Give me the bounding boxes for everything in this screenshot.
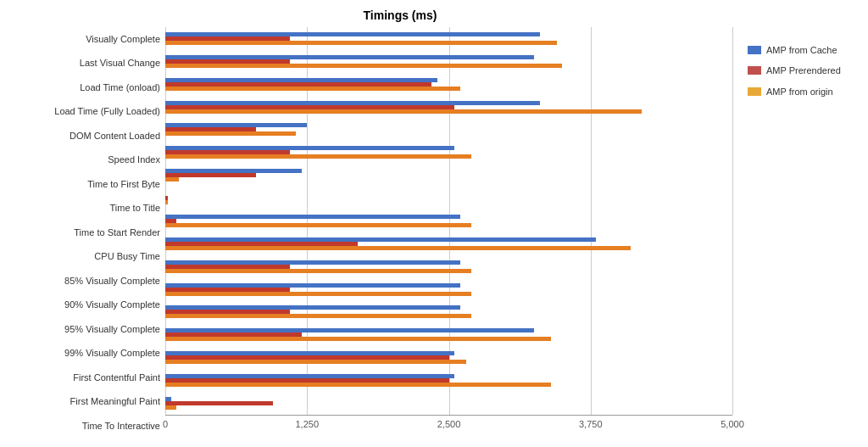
bar (165, 41, 557, 45)
y-label: 99% Visually Complete (8, 346, 160, 361)
y-label: DOM Content Loaded (8, 128, 160, 143)
legend-label: AMP from origin (766, 86, 833, 98)
legend-label: AMP Prerendered (766, 64, 841, 76)
y-label: First Meaningful Paint (8, 394, 160, 410)
bar-track (165, 41, 732, 45)
bar-row (165, 373, 732, 388)
legend-swatch (748, 46, 761, 54)
chart-container: Timings (ms) Visually CompleteLast Visua… (0, 0, 868, 447)
bar-row (165, 99, 732, 115)
bar (165, 405, 176, 410)
x-tick-label: 5,000 (721, 416, 744, 429)
x-axis: 01,2502,5003,7505,000 (165, 415, 732, 439)
chart-title: Timings (ms) (0, 8, 860, 22)
legend-item: AMP Prerendered (748, 64, 860, 76)
bar-track (165, 64, 732, 68)
bar-row (165, 305, 732, 320)
bar-row (165, 76, 732, 92)
bar-row (165, 282, 732, 297)
bar-row (165, 327, 732, 343)
bar-track (165, 246, 732, 250)
bar (165, 154, 471, 159)
bar-track (165, 405, 732, 410)
bar-track (165, 292, 732, 296)
bar-track (165, 200, 732, 204)
x-tick-label: 3,750 (579, 416, 603, 429)
x-tick-label: 1,250 (295, 416, 319, 429)
y-label: 85% Visually Complete (8, 273, 160, 288)
bar-row (165, 213, 732, 228)
legend-item: AMP from origin (748, 86, 860, 98)
y-label: First Contentful Paint (8, 370, 160, 385)
bar (165, 223, 471, 227)
bar-row (165, 122, 732, 137)
y-labels: Visually CompleteLast Visual ChangeLoad … (8, 27, 165, 439)
bar (165, 109, 642, 114)
rows-container (165, 27, 732, 415)
bar (165, 131, 296, 136)
bar-track (165, 314, 732, 318)
bar (165, 360, 466, 364)
x-tick-label: 0 (163, 416, 168, 429)
bar-row (165, 168, 732, 183)
bar-track (165, 360, 732, 364)
legend-swatch (748, 87, 761, 96)
y-label: Last Visual Change (8, 56, 160, 71)
bar (165, 337, 551, 341)
bar (165, 314, 471, 318)
bar-track (165, 337, 732, 341)
y-label: Load Time (Fully Loaded) (8, 104, 160, 120)
bar (165, 269, 471, 273)
bar-track (165, 383, 732, 387)
bar-row (165, 395, 732, 411)
y-label: 95% Visually Complete (8, 321, 160, 337)
y-label: Visually Complete (8, 31, 160, 47)
bar-track (165, 109, 732, 114)
bar-track (165, 87, 732, 91)
bar-row (165, 31, 732, 46)
y-label: Time to First Byte (8, 176, 160, 192)
bar (165, 246, 631, 250)
y-label: 90% Visually Complete (8, 298, 160, 313)
y-label: Speed Index (8, 153, 160, 168)
y-label: Load Time (onload) (8, 80, 160, 95)
bar (165, 87, 460, 91)
y-label: Time to Start Render (8, 225, 160, 240)
bar (165, 200, 168, 204)
y-label: Time to Title (8, 201, 160, 216)
legend: AMP from CacheAMP PrerenderedAMP from or… (732, 27, 860, 439)
bar-row (165, 236, 732, 251)
legend-item: AMP from Cache (748, 44, 860, 56)
bar-track (165, 269, 732, 273)
bar (165, 177, 179, 182)
chart-body: Visually CompleteLast Visual ChangeLoad … (8, 27, 860, 439)
bar-row (165, 53, 732, 69)
bar-row (165, 350, 732, 366)
y-label: CPU Busy Time (8, 249, 160, 265)
bar-track (165, 131, 732, 136)
bar-track (165, 154, 732, 159)
bars-grid (165, 27, 732, 415)
bar (165, 383, 551, 387)
bar-track (165, 223, 732, 227)
bar-row (165, 259, 732, 274)
bar-row (165, 145, 732, 160)
bar-track (165, 177, 732, 182)
legend-swatch (748, 66, 761, 75)
y-label: Time To Interactive (8, 419, 160, 434)
bars-and-xaxis: 01,2502,5003,7505,000 (165, 27, 732, 439)
x-tick-label: 2,500 (437, 416, 461, 429)
bar-row (165, 191, 732, 206)
bar (165, 292, 471, 296)
bar (165, 64, 562, 68)
legend-label: AMP from Cache (766, 44, 837, 56)
